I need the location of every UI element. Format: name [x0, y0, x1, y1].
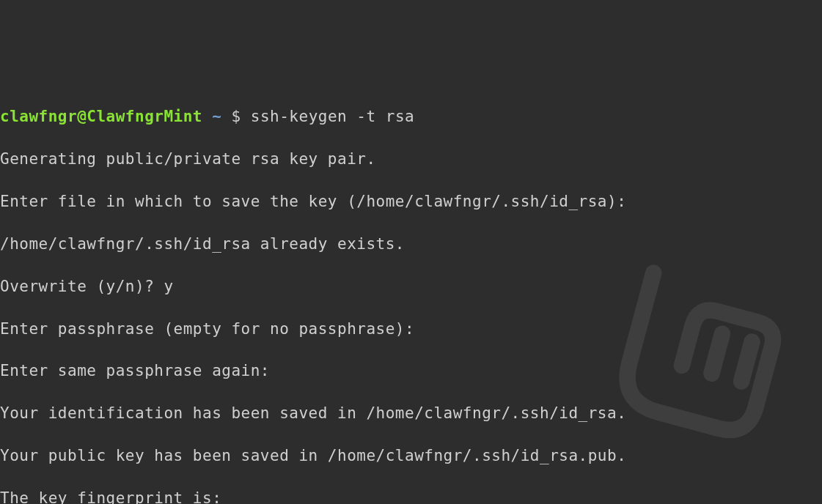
output-line: Generating public/private rsa key pair.	[0, 149, 822, 170]
output-line: Enter same passphrase again:	[0, 360, 822, 382]
command-input[interactable]: ssh-keygen -t rsa	[251, 108, 414, 125]
prompt-line-1: clawfngr@ClawfngrMint ~ $ ssh-keygen -t …	[0, 106, 822, 127]
output-line: Your public key has been saved in /home/…	[0, 445, 822, 467]
prompt-path: ~	[212, 108, 221, 125]
output-line: Overwrite (y/n)? y	[0, 276, 822, 297]
output-line: Enter passphrase (empty for no passphras…	[0, 319, 822, 340]
terminal-window[interactable]: clawfngr@ClawfngrMint ~ $ ssh-keygen -t …	[0, 85, 822, 504]
prompt-user: clawfngr@ClawfngrMint	[0, 108, 202, 125]
output-line: /home/clawfngr/.ssh/id_rsa already exist…	[0, 234, 822, 255]
prompt-dollar: $	[231, 108, 241, 125]
output-line: Your identification has been saved in /h…	[0, 403, 822, 424]
output-line: The key fingerprint is:	[0, 488, 822, 504]
output-line: Enter file in which to save the key (/ho…	[0, 191, 822, 212]
